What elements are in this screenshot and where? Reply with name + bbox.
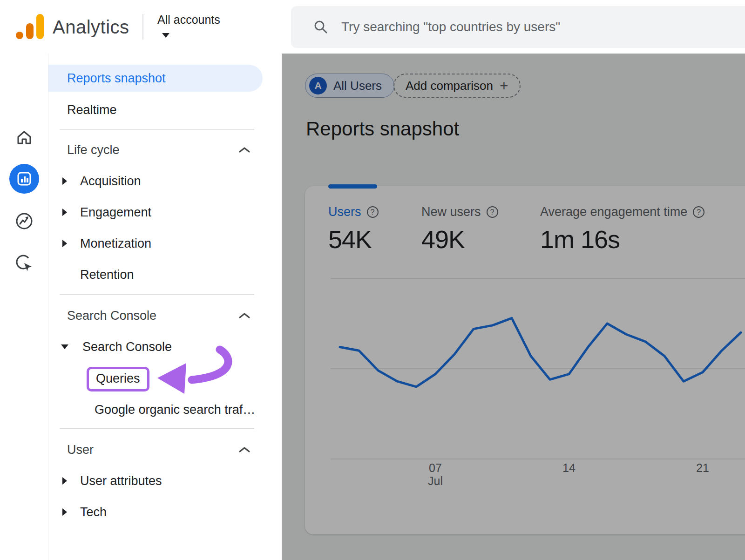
sidebar-item-label: Engagement (80, 205, 151, 220)
users-line-chart: 07Jul1421 (328, 269, 745, 488)
expand-arrow-icon[interactable] (62, 240, 67, 247)
sidebar-item-queries[interactable]: Queries (48, 364, 263, 393)
sidebar-item-user-attributes[interactable]: User attributes (48, 469, 263, 493)
collapse-chevron-icon[interactable] (238, 147, 251, 153)
dropdown-caret-icon (162, 33, 169, 38)
svg-text:21: 21 (696, 461, 709, 474)
help-icon[interactable]: ? (693, 206, 704, 218)
svg-text:07: 07 (429, 461, 442, 474)
page-title: Reports snapshot (306, 118, 459, 140)
expand-arrow-icon[interactable] (62, 477, 67, 485)
sidebar-item-label: Reports snapshot (67, 71, 166, 86)
left-icon-rail (0, 54, 48, 560)
sidebar-section-search-console[interactable]: Search Console (48, 304, 263, 327)
help-icon[interactable]: ? (487, 206, 498, 218)
account-switcher-label: All accounts (157, 13, 220, 27)
add-comparison-label: Add comparison (406, 79, 493, 93)
annotation-highlight-box: Queries (87, 367, 149, 391)
search-icon (313, 20, 328, 34)
active-tab-indicator (328, 184, 377, 189)
global-search-bar[interactable] (291, 6, 745, 48)
metric-value: 49K (421, 225, 498, 254)
svg-text:14: 14 (562, 461, 576, 474)
sidebar-item-monetization[interactable]: Monetization (48, 232, 263, 255)
add-comparison-button[interactable]: Add comparison + (393, 74, 521, 98)
account-switcher[interactable]: All accounts (157, 13, 220, 38)
sidebar-divider (60, 129, 254, 130)
topbar: Analytics All accounts (0, 0, 745, 54)
logo-bar-mid (26, 23, 34, 39)
sidebar-item-label: Acquisition (80, 174, 141, 189)
plus-icon: + (500, 78, 508, 93)
metric-new-users: New users ? 49K (421, 205, 498, 254)
sidebar-item-acquisition[interactable]: Acquisition (48, 169, 263, 193)
sidebar-item-label: Queries (96, 371, 140, 385)
sidebar-item-label: Google organic search traf… (95, 403, 255, 417)
main-content: A All Users Add comparison + Reports sna… (282, 54, 745, 560)
all-users-segment-chip[interactable]: A All Users (305, 74, 394, 98)
bar-chart-icon (16, 171, 32, 187)
sidebar-item-retention[interactable]: Retention (48, 263, 263, 286)
expand-arrow-icon[interactable] (62, 177, 67, 185)
sidebar-item-search-console[interactable]: Search Console (48, 335, 263, 358)
section-header-label: Life cycle (67, 143, 120, 157)
collapse-arrow-icon[interactable] (61, 344, 68, 349)
sidebar-divider (60, 294, 254, 295)
google-analytics-logo-icon[interactable] (16, 14, 44, 39)
metric-label: New users (421, 205, 481, 219)
topbar-divider (142, 14, 143, 40)
sidebar-item-label: Tech (80, 505, 107, 520)
metric-avg-engagement-time: Average engagement time ? 1m 16s (540, 205, 704, 254)
sidebar-item-label: Retention (80, 268, 134, 282)
segment-avatar: A (309, 77, 327, 94)
sidebar-section-user[interactable]: User (48, 438, 263, 461)
section-header-label: User (67, 443, 94, 457)
reports-nav-icon[interactable] (9, 164, 39, 194)
sidebar-item-label: User attributes (80, 474, 162, 488)
sidebar-item-google-organic-search-traffic[interactable]: Google organic search traf… (48, 398, 263, 421)
app-title: Analytics (53, 17, 129, 38)
logo-bar-tall (36, 14, 44, 39)
sidebar-item-label: Realtime (67, 103, 117, 117)
metric-value: 1m 16s (540, 225, 704, 254)
sidebar-divider (60, 428, 254, 429)
sidebar-item-label: Monetization (80, 236, 151, 251)
metric-users: Users ? 54K (328, 205, 379, 254)
sidebar-item-label: Search Console (82, 340, 172, 354)
explore-nav-icon[interactable] (14, 211, 34, 231)
expand-arrow-icon[interactable] (62, 209, 67, 216)
section-header-label: Search Console (67, 309, 156, 323)
reports-sidebar: Reports snapshot Realtime Life cycle Acq… (48, 54, 282, 560)
metric-value: 54K (328, 225, 379, 254)
sidebar-section-life-cycle[interactable]: Life cycle (48, 138, 263, 162)
sidebar-item-realtime[interactable]: Realtime (48, 98, 263, 121)
home-icon[interactable] (14, 127, 34, 148)
sidebar-item-tech[interactable]: Tech (48, 500, 263, 524)
sidebar-item-engagement[interactable]: Engagement (48, 201, 263, 224)
metric-label: Average engagement time (540, 205, 687, 219)
advertising-nav-icon[interactable] (14, 253, 34, 273)
collapse-chevron-icon[interactable] (238, 312, 251, 319)
search-input[interactable] (341, 20, 745, 34)
logo-dot (16, 32, 23, 39)
reports-snapshot-card: Users ? 54K New users ? 49K Average enga… (305, 186, 745, 534)
expand-arrow-icon[interactable] (62, 508, 67, 516)
collapse-chevron-icon[interactable] (238, 446, 251, 453)
metric-label: Users (328, 205, 361, 219)
help-icon[interactable]: ? (367, 206, 379, 218)
segment-chip-label: All Users (333, 79, 382, 93)
svg-text:Jul: Jul (428, 474, 443, 487)
sidebar-item-reports-snapshot[interactable]: Reports snapshot (48, 65, 263, 92)
